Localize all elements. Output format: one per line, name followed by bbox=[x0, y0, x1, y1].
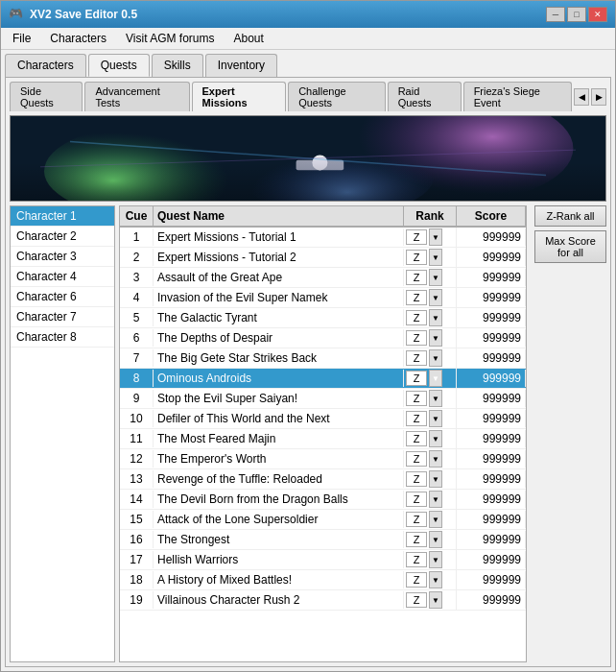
rank-input[interactable] bbox=[406, 552, 427, 567]
rank-input[interactable] bbox=[406, 532, 427, 547]
row-cue: 4 bbox=[120, 289, 154, 306]
rank-dropdown[interactable]: ▼ bbox=[429, 309, 442, 326]
char-item-3[interactable]: Character 3 bbox=[11, 247, 114, 267]
char-item-2[interactable]: Character 2 bbox=[11, 227, 114, 247]
table-row[interactable]: 14The Devil Born from the Dragon Balls▼9… bbox=[120, 490, 526, 510]
rank-input[interactable] bbox=[406, 330, 427, 346]
rank-dropdown[interactable]: ▼ bbox=[429, 349, 442, 367]
table-row[interactable]: 19Villainous Character Rush 2▼999999 bbox=[120, 590, 526, 611]
rank-input[interactable] bbox=[406, 471, 427, 487]
rank-dropdown[interactable]: ▼ bbox=[429, 470, 442, 488]
rank-input[interactable] bbox=[406, 451, 427, 467]
rank-dropdown[interactable]: ▼ bbox=[429, 591, 442, 609]
rank-dropdown[interactable]: ▼ bbox=[429, 329, 442, 347]
rank-dropdown[interactable]: ▼ bbox=[429, 450, 442, 468]
tab-quests[interactable]: Quests bbox=[88, 54, 150, 77]
row-score: 999999 bbox=[457, 309, 526, 326]
table-row[interactable]: 18A History of Mixed Battles!▼999999 bbox=[120, 570, 526, 590]
sub-tab-row: Side Quests Advancement Tests Expert Mis… bbox=[10, 82, 606, 111]
side-buttons: Z-Rank all Max Score for all bbox=[534, 205, 606, 662]
table-row[interactable]: 9Stop the Evil Super Saiyan!▼999999 bbox=[120, 389, 526, 409]
row-rank: ▼ bbox=[404, 389, 457, 408]
table-row[interactable]: 12The Emperor's Worth▼999999 bbox=[120, 449, 526, 469]
rank-input[interactable] bbox=[406, 250, 427, 265]
table-row[interactable]: 1Expert Missions - Tutorial 1▼999999 bbox=[120, 228, 526, 248]
char-item-1[interactable]: Character 1 bbox=[11, 206, 114, 227]
char-item-6[interactable]: Character 6 bbox=[11, 287, 114, 307]
row-score: 999999 bbox=[457, 551, 526, 568]
table-row[interactable]: 13Revenge of the Tuffle: Reloaded▼999999 bbox=[120, 469, 526, 490]
tab-nav-right[interactable]: ▶ bbox=[591, 88, 606, 106]
row-rank: ▼ bbox=[404, 228, 457, 247]
rank-input[interactable] bbox=[406, 431, 427, 446]
tab-nav-left[interactable]: ◀ bbox=[574, 88, 589, 106]
rank-dropdown[interactable]: ▼ bbox=[429, 430, 442, 447]
table-row[interactable]: 7The Big Gete Star Strikes Back▼999999 bbox=[120, 348, 526, 369]
row-cue: 6 bbox=[120, 329, 154, 347]
row-rank: ▼ bbox=[404, 268, 457, 287]
table-row[interactable]: 2Expert Missions - Tutorial 2▼999999 bbox=[120, 248, 526, 268]
rank-input[interactable] bbox=[406, 512, 427, 527]
table-row[interactable]: 11The Most Feared Majin▼999999 bbox=[120, 429, 526, 449]
rank-input[interactable] bbox=[406, 592, 427, 608]
subtab-expert-missions[interactable]: Expert Missions bbox=[192, 82, 287, 111]
row-rank: ▼ bbox=[404, 369, 457, 388]
rank-dropdown[interactable]: ▼ bbox=[429, 249, 442, 266]
menu-characters[interactable]: Characters bbox=[42, 30, 114, 47]
rank-dropdown[interactable]: ▼ bbox=[429, 289, 442, 306]
row-score: 999999 bbox=[457, 571, 526, 588]
table-row[interactable]: 4Invasion of the Evil Super Namek▼999999 bbox=[120, 288, 526, 308]
z-rank-all-button[interactable]: Z-Rank all bbox=[534, 205, 606, 227]
rank-dropdown[interactable]: ▼ bbox=[429, 370, 442, 387]
main-content: Character 1 Character 2 Character 3 Char… bbox=[10, 205, 606, 662]
char-item-8[interactable]: Character 8 bbox=[11, 327, 114, 348]
subtab-side-quests[interactable]: Side Quests bbox=[10, 82, 83, 111]
rank-input[interactable] bbox=[406, 411, 427, 426]
subtab-challenge-quests[interactable]: Challenge Quests bbox=[288, 82, 385, 111]
subtab-frieza-siege[interactable]: Frieza's Siege Event bbox=[463, 82, 572, 111]
rank-input[interactable] bbox=[406, 391, 427, 406]
menu-file[interactable]: File bbox=[5, 30, 38, 47]
row-name: Villainous Character Rush 2 bbox=[154, 591, 404, 609]
close-button[interactable]: ✕ bbox=[588, 7, 607, 22]
rank-input[interactable] bbox=[406, 572, 427, 588]
rank-dropdown[interactable]: ▼ bbox=[429, 491, 442, 508]
rank-input[interactable] bbox=[406, 350, 427, 366]
rank-input[interactable] bbox=[406, 229, 427, 245]
tab-characters[interactable]: Characters bbox=[5, 54, 86, 77]
rank-dropdown[interactable]: ▼ bbox=[429, 511, 442, 528]
maximize-button[interactable]: □ bbox=[567, 7, 586, 22]
subtab-advancement[interactable]: Advancement Tests bbox=[84, 82, 189, 111]
rank-input[interactable] bbox=[406, 310, 427, 325]
table-row[interactable]: 5The Galactic Tyrant▼999999 bbox=[120, 308, 526, 328]
rank-dropdown[interactable]: ▼ bbox=[429, 228, 442, 246]
rank-dropdown[interactable]: ▼ bbox=[429, 551, 442, 568]
rank-dropdown[interactable]: ▼ bbox=[429, 390, 442, 407]
row-rank: ▼ bbox=[404, 328, 457, 348]
menu-about[interactable]: About bbox=[226, 30, 272, 47]
rank-dropdown[interactable]: ▼ bbox=[429, 571, 442, 588]
table-row[interactable]: 8Ominous Androids▼999999 bbox=[120, 369, 526, 389]
max-score-button[interactable]: Max Score for all bbox=[534, 230, 606, 263]
table-row[interactable]: 16The Strongest▼999999 bbox=[120, 530, 526, 550]
header-cue: Cue bbox=[120, 206, 154, 226]
rank-input[interactable] bbox=[406, 290, 427, 305]
minimize-button[interactable]: ─ bbox=[546, 7, 565, 22]
tab-inventory[interactable]: Inventory bbox=[205, 54, 277, 77]
rank-dropdown[interactable]: ▼ bbox=[429, 269, 442, 286]
tab-skills[interactable]: Skills bbox=[152, 54, 203, 77]
rank-input[interactable] bbox=[406, 371, 427, 386]
menu-visit-agm[interactable]: Visit AGM forums bbox=[118, 30, 222, 47]
subtab-raid-quests[interactable]: Raid Quests bbox=[388, 82, 462, 111]
char-item-7[interactable]: Character 7 bbox=[11, 307, 114, 327]
rank-input[interactable] bbox=[406, 492, 427, 507]
table-row[interactable]: 17Hellish Warriors▼999999 bbox=[120, 550, 526, 570]
table-row[interactable]: 3Assault of the Great Ape▼999999 bbox=[120, 268, 526, 288]
table-row[interactable]: 10Defiler of This World and the Next▼999… bbox=[120, 409, 526, 429]
table-row[interactable]: 15Attack of the Lone Supersoldier▼999999 bbox=[120, 510, 526, 530]
rank-input[interactable] bbox=[406, 270, 427, 285]
rank-dropdown[interactable]: ▼ bbox=[429, 531, 442, 548]
table-row[interactable]: 6The Depths of Despair▼999999 bbox=[120, 328, 526, 348]
rank-dropdown[interactable]: ▼ bbox=[429, 410, 442, 427]
char-item-4[interactable]: Character 4 bbox=[11, 267, 114, 287]
